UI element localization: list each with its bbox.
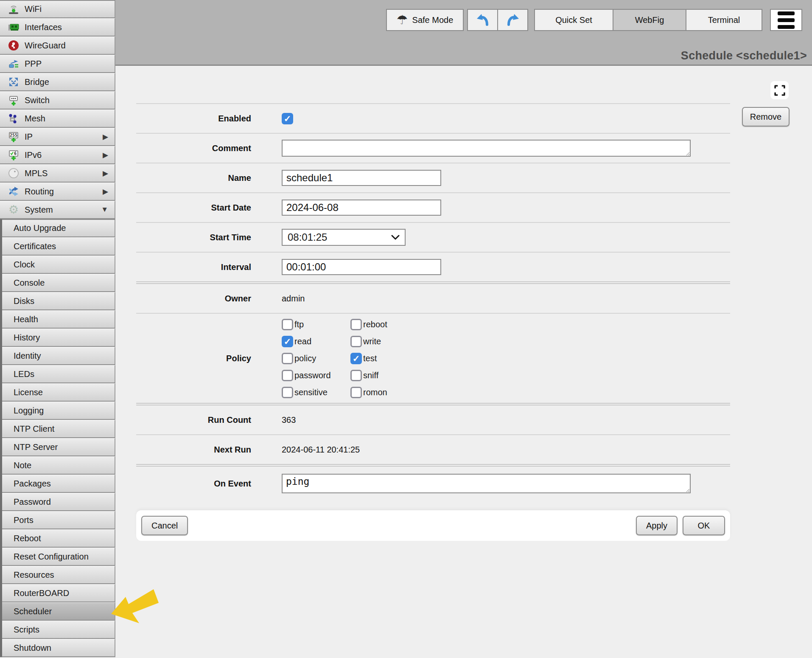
reboot-checkbox[interactable] bbox=[350, 319, 362, 330]
sidebar-item-console[interactable]: Console bbox=[2, 274, 115, 292]
next-run-label: Next Run bbox=[136, 445, 251, 455]
sidebar-item-ntp-server[interactable]: NTP Server bbox=[2, 438, 115, 456]
quick-set-label: Quick Set bbox=[555, 15, 592, 25]
switch-icon bbox=[7, 94, 20, 107]
check-icon: ✓ bbox=[284, 337, 291, 346]
sidebar-item-label: Scheduler bbox=[14, 607, 52, 616]
comment-label: Comment bbox=[136, 143, 251, 153]
cancel-button[interactable]: Cancel bbox=[141, 516, 188, 535]
check-icon: ✓ bbox=[284, 114, 291, 123]
interval-row: Interval bbox=[136, 253, 730, 281]
next-run-value: 2024-06-11 20:41:25 bbox=[282, 445, 360, 455]
sensitive-checkbox[interactable] bbox=[282, 387, 293, 398]
start-time-label: Start Time bbox=[136, 233, 251, 242]
sidebar-item-label: Console bbox=[14, 278, 45, 288]
sidebar-item-mpls[interactable]: MPLS▶ bbox=[0, 164, 115, 183]
sidebar-item-label: Identity bbox=[14, 351, 41, 361]
sniff-checkbox[interactable] bbox=[350, 370, 362, 381]
sidebar-item-switch[interactable]: Switch bbox=[0, 91, 115, 110]
webfig-label: WebFig bbox=[635, 15, 664, 25]
sidebar-item-packages[interactable]: Packages bbox=[2, 475, 115, 493]
undo-button[interactable] bbox=[467, 9, 498, 31]
sidebar-item-label: Resources bbox=[14, 570, 54, 580]
password-checkbox[interactable] bbox=[282, 370, 293, 381]
safe-mode-button[interactable]: ☂ Safe Mode bbox=[386, 9, 464, 31]
ftp-checkbox[interactable] bbox=[282, 319, 293, 330]
sidebar-item-label: NTP Client bbox=[14, 424, 54, 434]
sidebar-item-reboot[interactable]: Reboot bbox=[2, 529, 115, 548]
sidebar-item-mesh[interactable]: Mesh bbox=[0, 110, 115, 128]
sidebar-item-note[interactable]: Note bbox=[2, 456, 115, 475]
interval-input[interactable] bbox=[282, 259, 441, 275]
redo-button[interactable] bbox=[497, 9, 528, 31]
chevron-right-icon: ▶ bbox=[103, 169, 108, 178]
apply-button[interactable]: Apply bbox=[636, 516, 678, 535]
sidebar-item-label: PPP bbox=[25, 59, 42, 69]
sidebar-item-bridge[interactable]: Bridge bbox=[0, 73, 115, 91]
sidebar-item-leds[interactable]: LEDs bbox=[2, 365, 115, 383]
sidebar-item-resources[interactable]: Resources bbox=[2, 566, 115, 584]
enabled-checkbox[interactable]: ✓ bbox=[282, 113, 293, 124]
policy-option-sensitive: sensitive bbox=[282, 387, 350, 398]
owner-label: Owner bbox=[136, 294, 251, 304]
policy-option-label: policy bbox=[294, 354, 316, 363]
chevron-right-icon: ▶ bbox=[103, 187, 108, 196]
sidebar-item-routerboard[interactable]: RouterBOARD bbox=[2, 584, 115, 602]
sidebar-item-auto-upgrade[interactable]: Auto Upgrade bbox=[2, 219, 115, 237]
terminal-tab[interactable]: Terminal bbox=[686, 9, 762, 31]
sidebar-item-ntp-client[interactable]: NTP Client bbox=[2, 420, 115, 438]
sidebar-item-ports[interactable]: Ports bbox=[2, 511, 115, 529]
sidebar-item-health[interactable]: Health bbox=[2, 310, 115, 329]
sidebar-item-reset-configuration[interactable]: Reset Configuration bbox=[2, 548, 115, 566]
sidebar-item-password[interactable]: Password bbox=[2, 493, 115, 511]
sidebar-item-wireguard[interactable]: WireGuard bbox=[0, 37, 115, 55]
sidebar-item-label: Note bbox=[14, 461, 31, 470]
sidebar-item-label: Health bbox=[14, 315, 38, 324]
name-input[interactable] bbox=[282, 170, 441, 186]
sidebar-item-logging[interactable]: Logging bbox=[2, 402, 115, 420]
sidebar-item-wifi[interactable]: WiFi bbox=[0, 0, 115, 18]
sidebar-item-interfaces[interactable]: Interfaces bbox=[0, 18, 115, 37]
sidebar-item-ipv6[interactable]: 6IPv6▶ bbox=[0, 146, 115, 164]
sidebar-item-ppp[interactable]: PPP bbox=[0, 55, 115, 73]
start-time-select[interactable]: 08:01:25 bbox=[282, 229, 406, 246]
policy-checkbox[interactable] bbox=[282, 353, 293, 364]
on-event-input[interactable]: ping bbox=[282, 474, 691, 493]
sidebar-item-certificates[interactable]: Certificates bbox=[2, 237, 115, 256]
sidebar-item-ip[interactable]: 255IP▶ bbox=[0, 128, 115, 146]
sidebar-item-license[interactable]: License bbox=[2, 383, 115, 402]
start-date-input[interactable] bbox=[282, 200, 441, 216]
sidebar-item-system[interactable]: ⚙System▼ bbox=[0, 201, 115, 219]
webfig-tab[interactable]: WebFig bbox=[613, 9, 686, 31]
bridge-icon bbox=[7, 76, 20, 88]
sidebar-item-history[interactable]: History bbox=[2, 329, 115, 347]
chevron-right-icon: ▶ bbox=[103, 132, 108, 141]
sidebar-item-clock[interactable]: Clock bbox=[2, 256, 115, 274]
sidebar-item-routing[interactable]: Routing▶ bbox=[0, 183, 115, 201]
test-checkbox[interactable]: ✓ bbox=[350, 353, 362, 364]
quick-set-button[interactable]: Quick Set bbox=[534, 9, 613, 31]
wireguard-icon bbox=[7, 39, 20, 52]
read-checkbox[interactable]: ✓ bbox=[282, 336, 293, 347]
comment-input[interactable] bbox=[282, 140, 691, 157]
sidebar-item-disks[interactable]: Disks bbox=[2, 292, 115, 310]
sidebar-item-label: IP bbox=[25, 132, 33, 142]
policy-checkbox-group: ftpreboot✓readwritepolicy✓testpasswordsn… bbox=[282, 319, 387, 398]
fullscreen-button[interactable] bbox=[770, 81, 789, 99]
write-checkbox[interactable] bbox=[350, 336, 362, 347]
remove-button[interactable]: Remove bbox=[742, 107, 790, 127]
menu-button[interactable] bbox=[770, 9, 802, 31]
sidebar-item-shutdown[interactable]: Shutdown bbox=[2, 639, 115, 657]
sidebar-item-label: Bridge bbox=[25, 77, 49, 87]
sidebar-item-identity[interactable]: Identity bbox=[2, 347, 115, 365]
chevron-expanded-icon: ▼ bbox=[101, 205, 108, 214]
ok-button[interactable]: OK bbox=[683, 516, 725, 535]
policy-option-label: test bbox=[363, 354, 377, 363]
start-time-value: 08:01:25 bbox=[288, 231, 391, 243]
romon-checkbox[interactable] bbox=[350, 387, 362, 398]
header-band: ☂ Safe Mode Quick Set WebFig Terminal bbox=[115, 0, 812, 66]
sidebar-item-scheduler[interactable]: Scheduler bbox=[2, 602, 115, 621]
sidebar-item-scripts[interactable]: Scripts bbox=[2, 621, 115, 639]
policy-row: Policy ftpreboot✓readwritepolicy✓testpas… bbox=[136, 314, 730, 403]
chevron-down-icon bbox=[391, 235, 400, 240]
